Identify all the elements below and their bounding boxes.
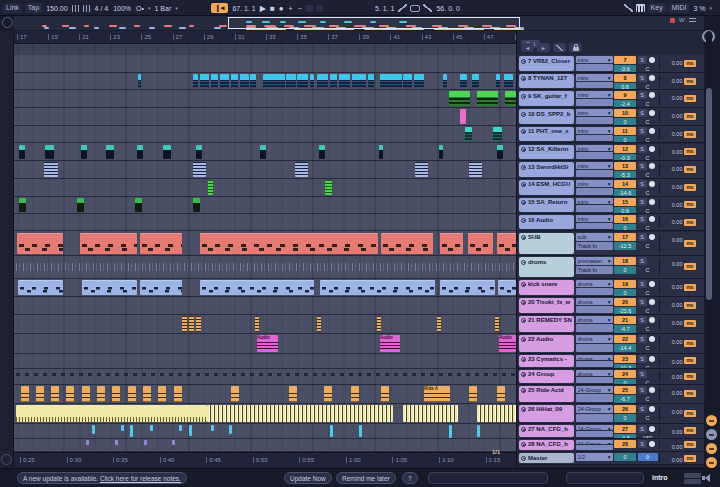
arm-button[interactable] xyxy=(649,299,655,305)
routing-selector[interactable]: drums▾ xyxy=(576,335,613,343)
clip-kk[interactable] xyxy=(320,280,435,295)
volume-badge[interactable]: 0 xyxy=(614,136,636,144)
solo-button[interactable]: S xyxy=(638,405,647,413)
computer-midi-keyboard-button[interactable] xyxy=(636,4,645,12)
arrangement-lane[interactable] xyxy=(14,55,516,73)
clip-red[interactable] xyxy=(17,233,63,255)
clip-ty[interactable]: TY xyxy=(286,74,296,89)
clip-pu[interactable] xyxy=(115,440,118,445)
routing-selector[interactable]: drums▾ xyxy=(576,298,613,305)
track-delay-value[interactable]: 0.00 xyxy=(665,145,683,160)
track-row[interactable]: 8 TYNAN_127intro▾80.6SC0.00ms xyxy=(518,73,704,91)
scrub-area[interactable] xyxy=(14,44,516,55)
solo-button[interactable]: S xyxy=(638,127,647,135)
volume-badge[interactable]: -14.4 xyxy=(614,344,636,352)
clip-ty[interactable]: TYNAN xyxy=(263,74,285,89)
clip-rd[interactable] xyxy=(174,386,182,402)
arrangement-lane[interactable] xyxy=(14,214,516,231)
routing-selector[interactable]: premaster▾ xyxy=(576,257,613,265)
clip-sw[interactable] xyxy=(295,162,308,177)
clip-cy[interactable] xyxy=(211,425,214,431)
overdub-button[interactable]: + xyxy=(288,4,294,13)
clip-rd[interactable] xyxy=(36,386,44,402)
record-indicator-icon[interactable] xyxy=(670,18,675,23)
follow-button[interactable]: ❙◂ xyxy=(211,3,228,13)
clip-cy[interactable] xyxy=(330,425,333,437)
clip-sw[interactable] xyxy=(415,162,428,177)
clip-pu[interactable] xyxy=(86,440,89,445)
scrollbar-thumb[interactable] xyxy=(706,88,712,300)
time-ruler[interactable]: 0:250:300:350:400:450:500:551:001:051:10… xyxy=(14,452,516,468)
clip-ty[interactable]: II xyxy=(414,74,424,89)
arm-button[interactable] xyxy=(649,336,655,342)
arm-button[interactable] xyxy=(649,110,655,116)
solo-button[interactable]: S xyxy=(638,280,647,288)
clip-sa[interactable] xyxy=(439,145,443,160)
input-routing[interactable] xyxy=(576,288,613,295)
volume-badge[interactable]: -14.6 xyxy=(614,189,636,197)
punch-in-button[interactable] xyxy=(398,4,407,12)
clip-rm[interactable] xyxy=(317,316,321,332)
input-routing[interactable] xyxy=(576,306,613,313)
nudge-down-button[interactable] xyxy=(72,5,80,12)
clip-cy[interactable] xyxy=(189,425,192,436)
metronome-menu-arrow[interactable]: ▾ xyxy=(148,5,151,11)
arrangement-lane[interactable] xyxy=(14,297,516,315)
clip-dsh[interactable] xyxy=(16,373,516,376)
routing-selector[interactable]: sub▾ xyxy=(576,233,613,241)
clip-wv[interactable] xyxy=(16,263,516,271)
clip-rd[interactable] xyxy=(112,386,120,402)
track-row[interactable]: 25 Ride Acid24-Group▾25-6.7SC0.00ms xyxy=(518,385,704,404)
loop-start[interactable]: 5. 1. 1 xyxy=(374,4,395,13)
midi-map-button[interactable]: MIDI xyxy=(669,3,690,13)
clip-sr[interactable] xyxy=(135,198,142,213)
clip-sa[interactable] xyxy=(379,145,383,160)
track-name[interactable]: 26 HiHat_09 xyxy=(519,405,574,422)
routing-selector[interactable]: 24-Group▾ xyxy=(576,425,613,431)
metronome-button[interactable]: O• xyxy=(135,4,145,13)
clip-ty[interactable] xyxy=(330,74,337,89)
clip-hhs[interactable] xyxy=(16,405,207,422)
volume-badge[interactable]: -0.3 xyxy=(614,154,636,162)
input-routing[interactable] xyxy=(576,64,613,71)
clip-ty[interactable] xyxy=(211,74,218,89)
clip-rd[interactable] xyxy=(351,386,359,402)
track-name[interactable]: 12 SA_Killerin xyxy=(519,145,574,160)
remind-later-button[interactable]: Remind me later xyxy=(336,472,396,484)
clip-ty[interactable]: Ty xyxy=(403,74,412,89)
arm-button[interactable] xyxy=(649,406,655,412)
track-row[interactable]: 16 Audiointro▾160SC0.00ms xyxy=(518,214,704,231)
track-name[interactable]: 10 DS_SPP2_b xyxy=(519,109,574,124)
clip-sa[interactable] xyxy=(196,145,202,160)
track-row[interactable]: 26 HiHat_0924-Group▾260SC0.00ms xyxy=(518,404,704,424)
track-name[interactable]: 25 Ride Acid xyxy=(519,386,574,402)
quantization-menu-arrow[interactable]: ▾ xyxy=(175,5,178,11)
track-delay-value[interactable]: 0.00 xyxy=(665,386,683,402)
tempo-display[interactable]: 150.00 xyxy=(45,4,68,13)
clip-pu[interactable] xyxy=(144,440,147,445)
clip-rd[interactable] xyxy=(469,386,477,402)
track-row[interactable]: 27 NA_CFG_h24-Group▾27-4.6S18R0.00ms xyxy=(518,424,704,439)
routing-selector[interactable]: intro▾ xyxy=(576,91,613,98)
groove-amount[interactable]: 100% xyxy=(112,4,132,13)
clip-red[interactable] xyxy=(140,233,182,255)
track-name[interactable]: drums xyxy=(519,257,574,277)
clip-cy[interactable] xyxy=(150,425,153,431)
routing-selector[interactable]: intro▾ xyxy=(576,127,613,134)
track-name[interactable]: 16 Audio xyxy=(519,215,574,229)
routing-selector[interactable]: drums▾ xyxy=(576,280,613,287)
clip-sa[interactable] xyxy=(45,145,54,160)
arrangement-lane[interactable] xyxy=(14,354,516,369)
pan-control[interactable]: C xyxy=(638,307,658,315)
help-button[interactable]: ? xyxy=(402,472,418,484)
clip-sa[interactable] xyxy=(163,145,171,160)
mixer-section-toggle[interactable] xyxy=(706,457,717,468)
status-field-2[interactable] xyxy=(566,472,644,484)
returns-section-toggle[interactable] xyxy=(706,443,717,454)
track-name[interactable]: 27 NA_CFG_h xyxy=(519,425,574,437)
volume-badge[interactable]: -5.3 xyxy=(614,171,636,179)
volume-badge[interactable]: 0.6 xyxy=(614,83,636,91)
clip-red[interactable] xyxy=(80,233,137,255)
pan-control[interactable]: C xyxy=(638,207,658,215)
pan-control[interactable]: C xyxy=(638,414,658,422)
